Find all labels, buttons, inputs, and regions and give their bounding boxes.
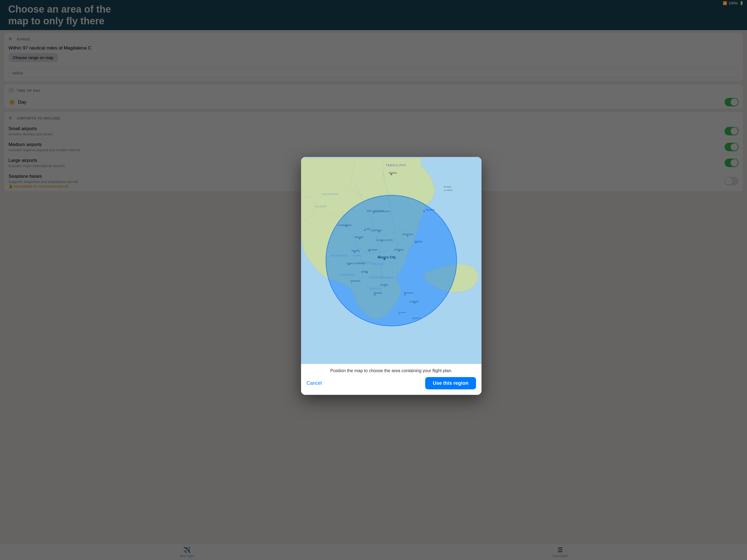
svg-text:MEXICO: MEXICO — [361, 261, 372, 264]
svg-text:MICHOACÁN: MICHOACÁN — [331, 254, 348, 257]
svg-text:ZACATECAS: ZACATECAS — [321, 193, 338, 196]
svg-text:Acapulco: Acapulco — [350, 279, 360, 280]
svg-text:Guadalajara: Guadalajara — [338, 224, 351, 226]
svg-text:San Luis Potosí: San Luis Potosí — [367, 209, 374, 212]
svg-text:Morelia: Morelia — [352, 249, 360, 252]
svg-text:CDMX: CDMX — [353, 254, 361, 257]
svg-text:HIDALGO: HIDALGO — [372, 262, 374, 265]
svg-text:Querétaro: Querétaro — [371, 229, 374, 232]
svg-text:MORELOS: MORELOS — [369, 276, 374, 279]
svg-text:Iguala: Iguala — [361, 270, 368, 273]
svg-text:JALISCO: JALISCO — [315, 205, 327, 208]
svg-text:Uruapan: Uruapan — [368, 248, 374, 251]
map-container[interactable]: Victoria Tampico San Luis Potosí Guadala… — [301, 157, 374, 280]
svg-text:GUERRERO: GUERRERO — [339, 274, 355, 276]
modal-overlay: Victoria Tampico San Luis Potosí Guadala… — [0, 0, 374, 280]
map-svg: Victoria Tampico San Luis Potosí Guadala… — [301, 157, 374, 280]
svg-text:León: León — [365, 228, 371, 230]
map-modal: Victoria Tampico San Luis Potosí Guadala… — [301, 157, 374, 280]
svg-text:Irapuato: Irapuato — [354, 236, 363, 238]
